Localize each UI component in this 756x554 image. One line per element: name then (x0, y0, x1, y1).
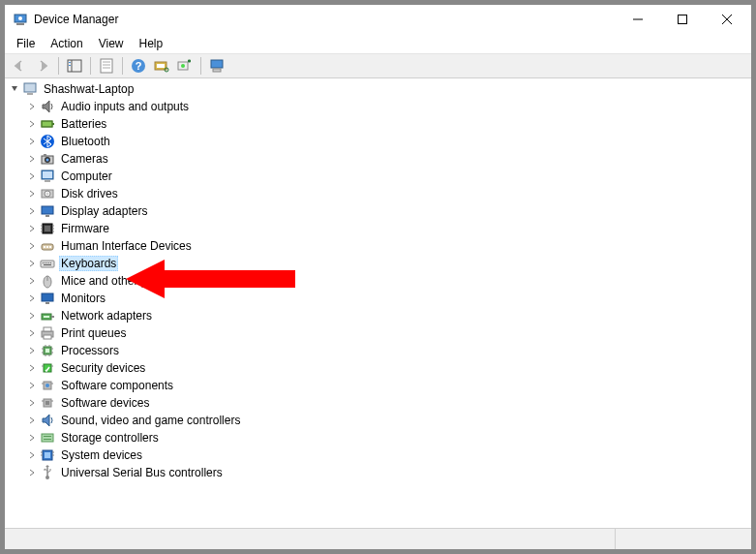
expand-icon[interactable] (24, 413, 40, 428)
tree-node[interactable]: Cameras (5, 150, 751, 168)
node-label[interactable]: Firmware (59, 222, 111, 235)
expand-icon[interactable] (24, 99, 40, 114)
expand-icon[interactable] (24, 447, 40, 463)
svg-rect-60 (44, 264, 51, 265)
tree-node[interactable]: Universal Serial Bus controllers (5, 464, 751, 481)
node-label[interactable]: Display adapters (59, 204, 149, 218)
node-label[interactable]: Software devices (59, 396, 151, 410)
node-label[interactable]: Keyboards (59, 256, 118, 271)
tree-node[interactable]: Disk drives (5, 185, 751, 202)
status-panel-2 (616, 529, 751, 549)
tree-node[interactable]: Computer (5, 168, 751, 185)
device-manager-window: Device Manager File Action View Help (4, 4, 752, 550)
tree-node[interactable]: Storage controllers (5, 429, 751, 446)
expand-icon[interactable] (24, 151, 40, 167)
node-label[interactable]: Network adapters (59, 309, 154, 323)
tree-node[interactable]: System devices (5, 446, 751, 464)
node-label[interactable]: Mice and other pointing devices (59, 274, 227, 288)
tree-node[interactable]: Mice and other pointing devices (5, 272, 751, 290)
expand-icon[interactable] (24, 308, 40, 323)
printer-icon (40, 325, 55, 341)
tree-node[interactable]: Batteries (5, 115, 751, 133)
expand-icon[interactable] (24, 430, 40, 446)
expand-icon[interactable] (24, 186, 40, 201)
expand-icon[interactable] (24, 203, 40, 219)
svg-rect-33 (44, 154, 46, 156)
tree-node[interactable]: Processors (5, 342, 751, 359)
tree-node[interactable]: Security devices (5, 359, 751, 377)
expand-icon[interactable] (24, 360, 40, 376)
maximize-button[interactable] (660, 5, 705, 34)
menu-help[interactable]: Help (132, 36, 171, 51)
tree-node[interactable]: Bluetooth (5, 133, 751, 150)
root-label[interactable]: Shashwat-Laptop (42, 82, 136, 96)
scan-hardware-button[interactable] (151, 55, 172, 77)
svg-rect-51 (44, 246, 45, 248)
node-label[interactable]: Human Interface Devices (59, 239, 194, 253)
expand-icon[interactable] (24, 378, 40, 393)
node-label[interactable]: Disk drives (59, 187, 120, 200)
tree-node[interactable]: Monitors (5, 290, 751, 307)
node-label[interactable]: Bluetooth (59, 135, 112, 148)
help-button[interactable]: ? (128, 55, 149, 77)
tree-node[interactable]: Sound, video and game controllers (5, 412, 751, 429)
tree-node[interactable]: Human Interface Devices (5, 237, 751, 255)
tree-node[interactable]: Keyboards (5, 255, 751, 272)
minimize-button[interactable] (616, 5, 660, 34)
tree-node[interactable]: Software devices (5, 394, 751, 412)
expand-icon[interactable] (24, 169, 40, 184)
svg-rect-54 (41, 261, 54, 267)
expand-icon[interactable] (24, 116, 40, 132)
expand-icon[interactable] (24, 325, 40, 341)
expand-icon[interactable] (24, 343, 40, 358)
expand-icon[interactable] (24, 238, 40, 254)
collapse-icon[interactable] (7, 81, 22, 97)
swcomp-icon (40, 378, 55, 393)
node-label[interactable]: Security devices (59, 361, 147, 375)
close-button[interactable] (705, 5, 749, 34)
tree-node[interactable]: Print queues (5, 324, 751, 342)
tree-node[interactable]: Software components (5, 377, 751, 394)
node-label[interactable]: Computer (59, 169, 114, 183)
node-label[interactable]: Audio inputs and outputs (59, 100, 191, 113)
tree-node[interactable]: Network adapters (5, 307, 751, 324)
expand-icon[interactable] (24, 273, 40, 289)
menu-action[interactable]: Action (43, 36, 90, 51)
node-label[interactable]: Print queues (59, 326, 128, 340)
node-label[interactable]: Storage controllers (59, 431, 161, 445)
node-label[interactable]: Monitors (59, 292, 107, 305)
svg-point-2 (18, 16, 22, 20)
node-label[interactable]: Batteries (59, 117, 108, 131)
node-label[interactable]: Processors (59, 344, 121, 357)
menu-view[interactable]: View (91, 36, 132, 51)
svg-rect-1 (16, 23, 24, 25)
device-tree[interactable]: Shashwat-Laptop Audio inputs and outputs… (5, 78, 751, 528)
expand-icon[interactable] (24, 291, 40, 306)
tree-node[interactable]: Display adapters (5, 202, 751, 220)
tree-node[interactable]: Audio inputs and outputs (5, 98, 751, 115)
expand-icon[interactable] (24, 395, 40, 411)
properties-button[interactable] (96, 55, 117, 77)
expand-icon[interactable] (24, 221, 40, 236)
expand-icon[interactable] (24, 134, 40, 149)
add-legacy-hardware-button[interactable] (174, 55, 196, 77)
tree-node[interactable]: Firmware (5, 220, 751, 237)
node-label[interactable]: Universal Serial Bus controllers (59, 466, 225, 479)
usb-icon (40, 465, 55, 480)
svg-rect-68 (44, 327, 51, 331)
node-label[interactable]: Software components (59, 379, 175, 392)
expand-icon[interactable] (24, 465, 40, 480)
system-icon (40, 447, 55, 463)
tree-root[interactable]: Shashwat-Laptop (5, 80, 751, 98)
expand-icon[interactable] (24, 256, 40, 271)
menu-file[interactable]: File (9, 36, 43, 51)
svg-rect-58 (48, 262, 49, 263)
show-hide-tree-button[interactable] (64, 55, 85, 77)
svg-rect-56 (45, 262, 45, 263)
svg-rect-93 (44, 439, 51, 440)
node-label[interactable]: Sound, video and game controllers (59, 414, 242, 427)
node-label[interactable]: Cameras (59, 152, 110, 166)
node-label[interactable]: System devices (59, 448, 144, 462)
title-bar[interactable]: Device Manager (5, 5, 751, 34)
devices-by-connection-button[interactable] (206, 55, 227, 77)
